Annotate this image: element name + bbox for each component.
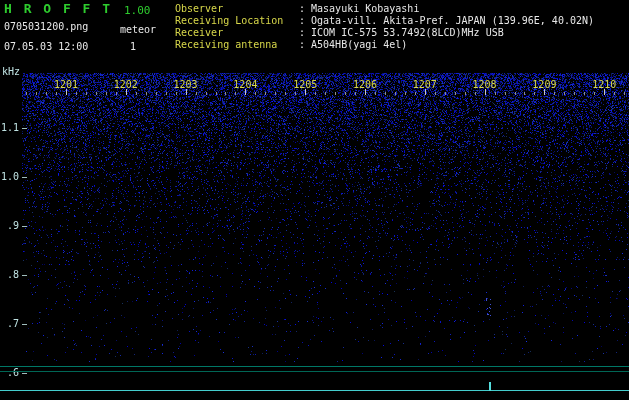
output-filename: 0705031200.png — [4, 21, 88, 33]
x-subtick — [475, 92, 476, 95]
x-subtick — [255, 92, 256, 95]
x-minute-tick — [66, 89, 67, 95]
x-subtick — [166, 92, 167, 95]
mode-label: meteor — [120, 24, 156, 36]
info-label: Receiver — [175, 27, 299, 39]
x-subtick — [534, 92, 535, 95]
x-subtick — [614, 92, 615, 95]
x-subtick — [225, 92, 226, 95]
x-subtick — [564, 92, 565, 95]
info-label: Observer — [175, 3, 299, 15]
y-axis-unit: kHz — [2, 66, 20, 78]
x-subtick — [265, 92, 266, 95]
x-subtick — [136, 92, 137, 95]
x-minute-tick — [126, 89, 127, 95]
meter-lower-line — [0, 371, 629, 372]
x-subtick — [445, 92, 446, 95]
x-subtick — [156, 92, 157, 95]
info-row: Receiving Location: Ogata-vill. Akita-Pr… — [175, 15, 594, 27]
info-label: Receiving antenna — [175, 39, 299, 51]
x-subtick — [574, 92, 575, 95]
x-subtick — [524, 92, 525, 95]
x-minute-tick — [245, 89, 246, 95]
x-subtick — [584, 92, 585, 95]
y-tick-mark — [22, 177, 27, 178]
y-tick-label: .7 — [1, 318, 19, 330]
y-tick-label: .6 — [1, 367, 19, 379]
datetime-label: 07.05.03 12:00 — [4, 41, 88, 53]
x-subtick — [315, 92, 316, 95]
meter-event-tick — [489, 382, 491, 391]
y-tick-mark — [22, 324, 27, 325]
app-version: 1.00 — [124, 5, 151, 17]
x-subtick — [46, 92, 47, 95]
x-subtick — [26, 92, 27, 95]
x-subtick — [415, 92, 416, 95]
x-subtick — [465, 92, 466, 95]
x-subtick — [56, 92, 57, 95]
x-minute-tick — [604, 89, 605, 95]
x-minute-tick — [365, 89, 366, 95]
x-subtick — [335, 92, 336, 95]
y-tick-mark — [22, 226, 27, 227]
x-subtick — [455, 92, 456, 95]
x-subtick — [196, 92, 197, 95]
x-subtick — [505, 92, 506, 95]
info-value: : A504HB(yagi 4el) — [299, 39, 407, 51]
x-subtick — [554, 92, 555, 95]
y-tick-mark — [22, 128, 27, 129]
x-subtick — [594, 92, 595, 95]
x-subtick — [235, 92, 236, 95]
x-subtick — [435, 92, 436, 95]
info-value: : Ogata-vill. Akita-Pref. JAPAN (139.96E… — [299, 15, 594, 27]
info-row: Observer: Masayuki Kobayashi — [175, 3, 594, 15]
x-subtick — [106, 92, 107, 95]
spectrogram-canvas — [0, 0, 629, 400]
x-subtick — [96, 92, 97, 95]
x-subtick — [624, 92, 625, 95]
x-subtick — [86, 92, 87, 95]
x-minute-tick — [425, 89, 426, 95]
x-minute-tick — [485, 89, 486, 95]
x-subtick — [116, 92, 117, 95]
x-subtick — [275, 92, 276, 95]
y-tick-label: 1.1 — [1, 122, 19, 134]
x-minute-tick — [544, 89, 545, 95]
x-subtick — [285, 92, 286, 95]
y-tick-label: 1.0 — [1, 171, 19, 183]
info-value: : ICOM IC-575 53.7492(8LCD)MHz USB — [299, 27, 504, 39]
echo-count: 1 — [130, 41, 136, 53]
y-tick-label: .8 — [1, 269, 19, 281]
x-subtick — [325, 92, 326, 95]
x-minute-tick — [305, 89, 306, 95]
x-subtick — [295, 92, 296, 95]
x-subtick — [385, 92, 386, 95]
x-subtick — [345, 92, 346, 95]
y-tick-label: .9 — [1, 220, 19, 232]
y-tick-mark — [22, 373, 27, 374]
info-block: Observer: Masayuki KobayashiReceiving Lo… — [175, 3, 594, 51]
x-subtick — [76, 92, 77, 95]
info-row: Receiver: ICOM IC-575 53.7492(8LCD)MHz U… — [175, 27, 594, 39]
x-minute-tick — [186, 89, 187, 95]
meter-upper-line — [0, 366, 629, 367]
x-subtick — [146, 92, 147, 95]
info-value: : Masayuki Kobayashi — [299, 3, 419, 15]
app-title: H R O F F T — [4, 3, 112, 15]
x-subtick — [355, 92, 356, 95]
x-subtick — [495, 92, 496, 95]
x-subtick — [216, 92, 217, 95]
info-row: Receiving antenna: A504HB(yagi 4el) — [175, 39, 594, 51]
x-subtick — [36, 92, 37, 95]
y-tick-mark — [22, 275, 27, 276]
hrofft-screen: H R O F F T 1.00 0705031200.png meteor 0… — [0, 0, 629, 400]
x-subtick — [405, 92, 406, 95]
meter-baseline — [0, 390, 629, 391]
x-subtick — [375, 92, 376, 95]
x-subtick — [515, 92, 516, 95]
x-subtick — [395, 92, 396, 95]
x-subtick — [176, 92, 177, 95]
info-label: Receiving Location — [175, 15, 299, 27]
x-subtick — [206, 92, 207, 95]
